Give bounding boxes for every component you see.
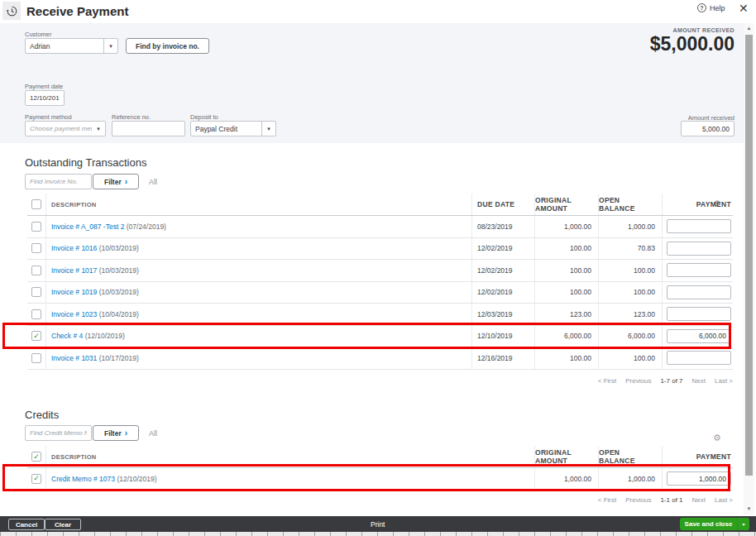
print-button[interactable]: Print [371, 520, 385, 529]
select-all-checkbox[interactable]: ✓ [31, 452, 41, 462]
payment-input[interactable] [667, 351, 731, 365]
row-checkbox[interactable] [31, 353, 41, 363]
outstanding-transactions-title: Outstanding Transactions [25, 156, 146, 169]
row-checkbox-cell [27, 282, 45, 304]
pagination-next[interactable]: Next [692, 496, 706, 504]
pagination-range: 1-7 of 7 [660, 377, 682, 385]
payment-input[interactable] [667, 242, 731, 256]
deposit-to-value: Paypal Credit [191, 125, 261, 133]
help-button[interactable]: ? Help [697, 3, 725, 12]
transaction-link[interactable]: Check # 4 [51, 332, 83, 340]
outstanding-row-1: Invoice # A_087 -Test 2 (07/24/2019)08/2… [27, 216, 733, 238]
pagination-previous[interactable]: Previous [625, 377, 651, 385]
outstanding-row-7: Invoice # 1031 (10/17/2019)12/16/2019100… [27, 347, 733, 370]
col-description: DESCRIPTION [45, 446, 534, 467]
payment-input[interactable] [667, 471, 731, 486]
clear-button[interactable]: Clear [45, 519, 81, 530]
original-amount-cell: 100.00 [534, 282, 598, 304]
find-invoice-input[interactable] [30, 175, 87, 189]
gear-icon[interactable]: ⚙ [713, 433, 721, 443]
description-cell: Invoice # 1019 (10/03/2019) [45, 282, 471, 304]
find-by-invoice-button[interactable]: Find by invoice no. [126, 38, 209, 54]
save-and-close-button[interactable]: Save and close ▾ [680, 518, 749, 530]
save-and-close-label: Save and close [680, 520, 737, 528]
open-balance-cell: 70.83 [598, 238, 662, 260]
scroll-up-icon[interactable]: ▲ [744, 26, 754, 31]
row-checkbox[interactable] [31, 222, 41, 232]
open-balance-cell: 1,000.00 [598, 216, 662, 237]
scrollbar-thumb[interactable] [745, 35, 753, 476]
reference-no-input[interactable] [117, 122, 180, 136]
bottom-ruler-strip [0, 532, 756, 536]
payment-cell [662, 238, 733, 260]
help-icon: ? [697, 3, 706, 12]
payment-cell [662, 326, 733, 347]
outstanding-table-header: DESCRIPTION DUE DATE ORIGINAL AMOUNT OPE… [27, 194, 733, 216]
payment-input[interactable] [667, 219, 731, 233]
pagination-first[interactable]: < First [598, 496, 616, 504]
pagination-previous[interactable]: Previous [625, 496, 651, 504]
outstanding-row-4: Invoice # 1019 (10/03/2019)12/02/2019100… [27, 282, 733, 304]
scroll-down-icon[interactable]: ▼ [744, 506, 754, 511]
row-checkbox[interactable]: ✓ [31, 331, 41, 341]
credits-pagination: < First Previous 1-1 of 1 Next Last > [414, 496, 733, 504]
credits-title: Credits [25, 409, 59, 421]
transaction-link[interactable]: Invoice # 1016 [51, 244, 97, 252]
customer-label: Customer [25, 31, 52, 38]
transaction-link[interactable]: Invoice # 1031 [51, 354, 97, 362]
col-due-date: DUE DATE [471, 194, 534, 215]
find-credit-memo-input[interactable] [30, 426, 87, 440]
original-amount-cell: 6,000.00 [534, 326, 598, 347]
customer-select[interactable]: Adrian ▾ [25, 38, 118, 54]
customer-value: Adrian [26, 42, 103, 50]
page-title: Receive Payment [26, 4, 128, 18]
transaction-link[interactable]: Invoice # 1023 [51, 310, 97, 318]
payment-date-field-wrap [25, 90, 65, 106]
payment-input[interactable] [667, 329, 731, 343]
description-cell: Invoice # 1031 (10/17/2019) [45, 347, 471, 369]
select-all-checkbox[interactable] [31, 199, 41, 209]
header-checkbox-cell: ✓ [27, 446, 45, 467]
pagination-last[interactable]: Last > [715, 496, 733, 504]
reference-no-label: Reference no. [112, 113, 151, 121]
payment-input[interactable] [667, 307, 731, 321]
amount-received-field-wrap [681, 121, 734, 136]
payment-method-placeholder: Choose payment method [26, 125, 92, 132]
pagination-next[interactable]: Next [692, 377, 706, 385]
col-original-amount: ORIGINAL AMOUNT [534, 446, 598, 467]
row-checkbox[interactable] [31, 243, 41, 253]
chevron-down-icon[interactable]: ▾ [104, 43, 117, 50]
row-checkbox[interactable] [31, 266, 41, 275]
pagination-last[interactable]: Last > [715, 377, 733, 385]
transaction-link[interactable]: Invoice # A_087 -Test 2 [51, 223, 124, 231]
row-checkbox[interactable] [31, 309, 41, 319]
credits-filter-button[interactable]: Filter › [93, 425, 139, 441]
transaction-date: (07/24/2019) [124, 223, 166, 231]
chevron-down-icon[interactable]: ▾ [262, 126, 275, 132]
transaction-link[interactable]: Credit Memo # 1073 [51, 475, 115, 483]
col-payment: PAYMENT [662, 194, 733, 215]
deposit-to-label: Deposit to [190, 113, 218, 121]
row-checkbox-cell [27, 304, 45, 325]
amount-received-input[interactable] [686, 122, 730, 136]
transaction-link[interactable]: Invoice # 1019 [51, 288, 97, 296]
close-icon[interactable]: ✕ [739, 2, 749, 15]
row-checkbox[interactable] [31, 287, 41, 297]
chevron-down-icon[interactable]: ▾ [92, 126, 105, 132]
chevron-down-icon[interactable]: ▾ [738, 521, 749, 527]
transaction-link[interactable]: Invoice # 1017 [51, 266, 97, 275]
cancel-button[interactable]: Cancel [8, 519, 45, 530]
row-checkbox[interactable]: ✓ [31, 474, 41, 484]
transaction-date: (10/04/2019) [97, 310, 139, 318]
payment-method-select[interactable]: Choose payment method ▾ [25, 121, 106, 136]
payment-input[interactable] [667, 285, 731, 299]
deposit-to-select[interactable]: Paypal Credit ▾ [190, 121, 276, 136]
payment-input[interactable] [667, 263, 731, 277]
credits-table-body: ✓Credit Memo # 1073 (12/10/2019)1,000.00… [27, 468, 733, 491]
col-payment: PAYMENT [662, 446, 733, 467]
payment-date-input[interactable] [30, 91, 60, 105]
open-balance-cell: 1,000.00 [598, 468, 662, 490]
recent-transactions-icon[interactable] [2, 2, 21, 20]
pagination-first[interactable]: < First [598, 377, 616, 385]
outstanding-filter-button[interactable]: Filter › [93, 174, 139, 189]
